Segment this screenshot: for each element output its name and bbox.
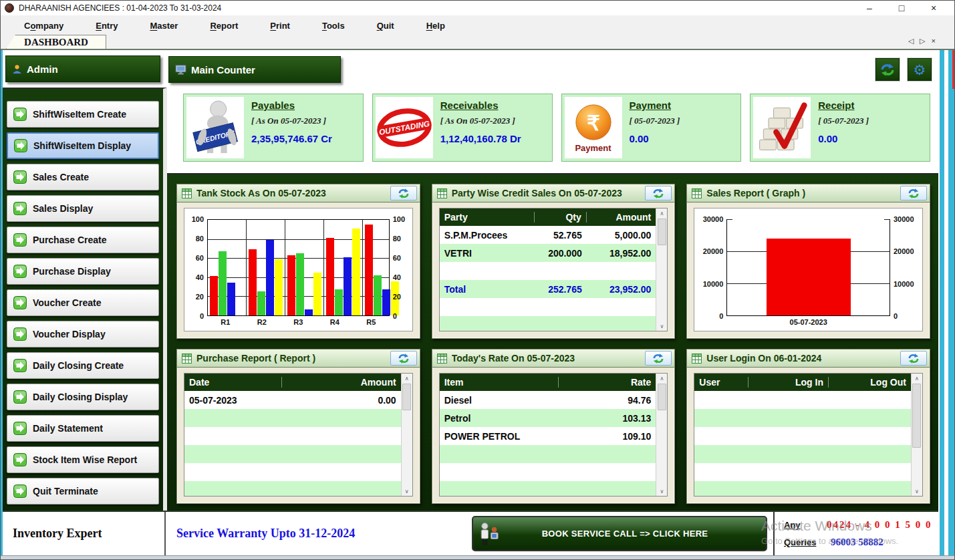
bar-yellow-R4 xyxy=(352,229,360,315)
book-service-call-button[interactable]: BOOK SERVICE CALL => CLICK HERE xyxy=(472,516,767,551)
scroll-down-icon[interactable]: ∨ xyxy=(405,486,409,496)
sidebar-item-shiftwiseitem-display[interactable]: ShiftWiseItem Display xyxy=(7,132,159,159)
sidebar-item-purchase-display[interactable]: Purchase Display xyxy=(7,258,159,285)
table-row[interactable] xyxy=(694,391,911,409)
monitor-icon xyxy=(175,65,186,75)
payment-card[interactable]: ₹ Payment Payment [ 05-07-2023 ] 0.00 xyxy=(561,94,742,162)
table-row[interactable] xyxy=(694,481,911,496)
table-icon xyxy=(182,188,192,198)
scroll-down-icon[interactable]: ∨ xyxy=(660,321,664,331)
menu-quit[interactable]: Quit xyxy=(377,21,394,31)
vertical-scrollbar[interactable]: ∧∨ xyxy=(401,374,412,496)
sidebar-item-stock-item-wise-report[interactable]: Stock Item Wise Report xyxy=(7,446,159,473)
scroll-down-icon[interactable]: ∨ xyxy=(915,486,919,496)
green-arrow-icon xyxy=(13,265,27,278)
table-row[interactable] xyxy=(440,262,656,280)
table-row[interactable] xyxy=(184,445,401,463)
refresh-button[interactable] xyxy=(900,351,927,366)
table-row[interactable] xyxy=(694,409,911,427)
sidebar-item-label: Quit Terminate xyxy=(33,486,98,497)
refresh-button[interactable] xyxy=(390,186,417,200)
menu-print[interactable]: Print xyxy=(270,21,290,31)
scroll-thumb[interactable] xyxy=(658,384,666,410)
menu-tools[interactable]: Tools xyxy=(322,21,345,31)
table-row[interactable]: Total252.76523,952.00 xyxy=(440,280,656,298)
tab-nav-next-icon[interactable]: ▷ xyxy=(920,37,925,45)
table-row[interactable] xyxy=(184,427,401,445)
scroll-thumb[interactable] xyxy=(912,384,921,448)
tab-close-icon[interactable]: × xyxy=(932,37,936,45)
table-row[interactable]: S.P.M.Procees52.7655,000.00 xyxy=(440,226,656,244)
card-title[interactable]: Receivables xyxy=(440,100,521,111)
table-cell: 0.00 xyxy=(282,395,401,406)
card-title[interactable]: Receipt xyxy=(818,100,869,111)
refresh-icon xyxy=(652,188,665,198)
sidebar-item-quit-terminate[interactable]: Quit Terminate xyxy=(7,478,159,505)
scroll-up-icon[interactable]: ∧ xyxy=(660,374,664,383)
table-row[interactable] xyxy=(184,481,401,496)
minimize-button[interactable]: – xyxy=(863,3,875,13)
table-row[interactable] xyxy=(694,445,911,463)
receivables-card[interactable]: OUTSTADING Receivables [ As On 05-07-202… xyxy=(372,94,553,162)
bar-red-R4 xyxy=(326,238,334,315)
settings-button[interactable]: ⚙ xyxy=(908,58,932,81)
menu-master[interactable]: Master xyxy=(150,21,178,31)
table-row[interactable]: POWER PETROL109.10 xyxy=(440,427,656,445)
scroll-up-icon[interactable]: ∧ xyxy=(660,208,664,218)
sidebar-item-daily-closing-create[interactable]: Daily Closing Create xyxy=(7,352,159,379)
refresh-button[interactable] xyxy=(645,186,672,200)
scroll-thumb[interactable] xyxy=(658,219,666,245)
refresh-button[interactable] xyxy=(390,351,417,366)
menu-entry[interactable]: Entry xyxy=(96,21,118,31)
sidebar-item-sales-create[interactable]: Sales Create xyxy=(7,164,159,190)
tab-dashboard[interactable]: DASHBOARD xyxy=(6,35,106,49)
table-row[interactable] xyxy=(184,409,401,427)
scroll-down-icon[interactable]: ∨ xyxy=(660,486,664,496)
table-row[interactable] xyxy=(440,481,656,496)
sidebar-item-shiftwiseitem-create[interactable]: ShiftWiseItem Create xyxy=(7,101,159,128)
card-title[interactable]: Payables xyxy=(251,100,332,111)
bar-yellow-R3 xyxy=(313,273,321,315)
panel-title: Today's Rate On 05-07-2023 xyxy=(452,353,641,364)
table-row[interactable] xyxy=(440,445,656,463)
refresh-button[interactable] xyxy=(900,186,927,200)
scroll-up-icon[interactable]: ∧ xyxy=(915,374,919,383)
sidebar-item-voucher-create[interactable]: Voucher Create xyxy=(7,289,159,316)
vertical-scrollbar[interactable]: ∧∨ xyxy=(656,208,667,331)
vertical-scrollbar[interactable]: ∧∨ xyxy=(911,374,922,496)
sidebar-item-voucher-display[interactable]: Voucher Display xyxy=(7,321,159,347)
tab-nav-prev-icon[interactable]: ◁ xyxy=(908,37,914,45)
close-button[interactable]: × xyxy=(928,3,940,13)
table-row[interactable]: Petrol103.13 xyxy=(440,409,656,427)
menu-report[interactable]: Report xyxy=(210,21,238,31)
table-row[interactable] xyxy=(694,427,911,445)
table-row[interactable] xyxy=(440,298,656,316)
refresh-button[interactable] xyxy=(645,351,672,366)
refresh-icon xyxy=(397,354,410,364)
sidebar-item-daily-closing-display[interactable]: Daily Closing Display xyxy=(7,384,159,410)
table-row[interactable] xyxy=(440,316,656,331)
table-row[interactable] xyxy=(440,463,656,481)
sidebar-item-daily-statement[interactable]: Daily Statement xyxy=(7,415,159,442)
menu-company[interactable]: Company xyxy=(24,21,63,31)
table-row[interactable]: VETRI200.00018,952.00 xyxy=(440,244,656,262)
table-row[interactable]: Diesel94.76 xyxy=(440,391,656,409)
window-right-scrollbar[interactable] xyxy=(938,50,954,555)
menu-help[interactable]: Help xyxy=(426,21,445,31)
maximize-button[interactable]: □ xyxy=(896,3,908,13)
table-row[interactable] xyxy=(694,463,911,481)
table-row[interactable] xyxy=(184,463,401,481)
card-title[interactable]: Payment xyxy=(630,100,680,111)
table-row[interactable]: 05-07-20230.00 xyxy=(184,391,401,409)
table-cell: VETRI xyxy=(440,248,535,259)
refresh-all-button[interactable] xyxy=(875,58,900,81)
scroll-thumb[interactable] xyxy=(402,384,411,410)
panel-title: Party Wise Credit Sales On 05-07-2023 xyxy=(452,188,641,198)
payables-card[interactable]: CREDITORS Payables [ As On 05-07-2023 ] … xyxy=(183,94,364,162)
sidebar-item-sales-display[interactable]: Sales Display xyxy=(7,195,159,222)
sidebar-item-purchase-create[interactable]: Purchase Create xyxy=(7,227,159,253)
receipt-card[interactable]: Receipt [ 05-07-2023 ] 0.00 xyxy=(750,94,930,162)
scroll-up-icon[interactable]: ∧ xyxy=(405,374,409,383)
vertical-scrollbar[interactable]: ∧∨ xyxy=(656,374,667,496)
table-cell: 18,952.00 xyxy=(587,248,656,259)
